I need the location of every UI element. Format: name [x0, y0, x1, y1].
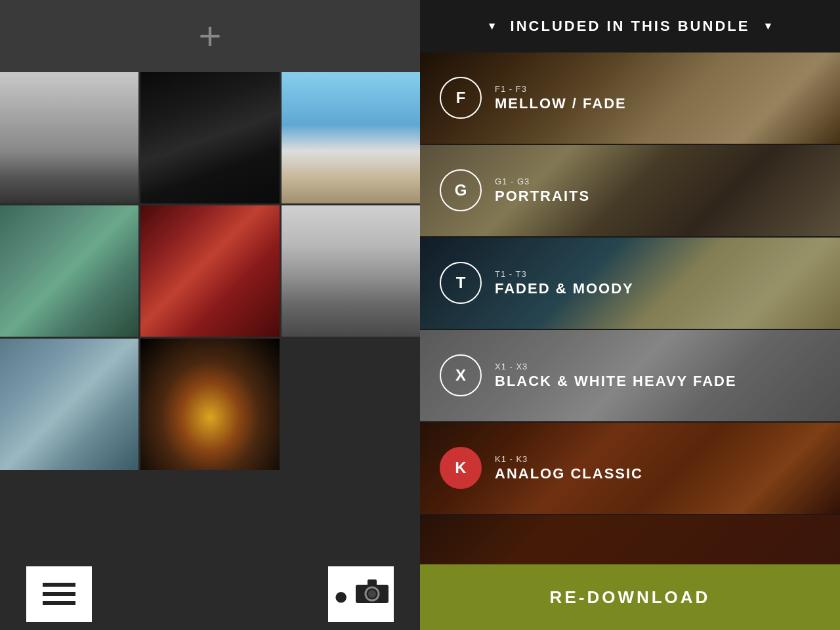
photo-cell[interactable] — [140, 205, 279, 337]
bundle-letter-x: X — [455, 366, 466, 385]
photo-cell[interactable] — [0, 72, 138, 203]
photo-street-cross — [0, 339, 138, 470]
photo-bw-building — [282, 205, 420, 337]
redownload-button[interactable]: RE-DOWNLOAD — [420, 564, 840, 630]
bundle-letter-g: G — [455, 181, 467, 200]
add-icon[interactable]: + — [198, 16, 221, 56]
right-panel: ▼ INCLUDED IN THIS BUNDLE ▼ F F1 - F3 ME… — [420, 0, 840, 630]
camera-icon-svg — [356, 578, 388, 604]
menu-line-3 — [43, 601, 75, 605]
hamburger-icon — [43, 583, 75, 605]
bundle-list: F F1 - F3 MELLOW / FADE G G1 - G3 PORTRA… — [420, 52, 840, 564]
bundle-info-analog: K1 - K3 ANALOG CLASSIC — [495, 454, 643, 482]
bundle-item-portraits[interactable]: G G1 - G3 PORTRAITS — [420, 145, 840, 236]
bundle-letter-k: K — [455, 459, 466, 477]
photo-color-city — [282, 72, 420, 203]
photo-cell[interactable] — [282, 72, 420, 203]
bundle-circle-g: G — [440, 169, 482, 211]
menu-line-1 — [43, 583, 75, 587]
bundle-item-extra[interactable] — [420, 515, 840, 564]
photo-cell[interactable] — [0, 339, 138, 470]
bundle-header-title: INCLUDED IN THIS BUNDLE — [511, 18, 750, 35]
chevron-right-icon[interactable]: ▼ — [763, 20, 773, 32]
chevron-left-icon[interactable]: ▼ — [487, 20, 497, 32]
bundle-circle-t: T — [440, 262, 482, 304]
svg-rect-1 — [368, 579, 377, 586]
photo-cell[interactable] — [140, 72, 279, 203]
bundle-range-mellow: F1 - F3 — [495, 84, 627, 94]
bundle-item-bw-heavy-fade[interactable]: X X1 - X3 BLACK & WHITE HEAVY FADE — [420, 330, 840, 421]
bundle-header[interactable]: ▼ INCLUDED IN THIS BUNDLE ▼ — [420, 0, 840, 52]
bundle-range-analog: K1 - K3 — [495, 454, 643, 464]
photo-sunset — [140, 339, 279, 470]
bundle-circle-k: K — [440, 447, 482, 489]
camera-button[interactable]: ● — [328, 566, 394, 622]
bundle-info-mellow: F1 - F3 MELLOW / FADE — [495, 84, 627, 112]
svg-point-3 — [368, 590, 376, 598]
photo-cell[interactable] — [282, 205, 420, 337]
photo-cell[interactable] — [0, 205, 138, 337]
bundle-item-analog-classic[interactable]: K K1 - K3 ANALOG CLASSIC — [420, 423, 840, 514]
photo-cell-empty — [282, 339, 420, 470]
bundle-info-portraits: G1 - G3 PORTRAITS — [495, 177, 590, 205]
photo-red-car — [140, 205, 279, 337]
photo-teal-city — [0, 205, 138, 337]
bundle-range-portraits: G1 - G3 — [495, 177, 590, 186]
bundle-letter-t: T — [456, 274, 466, 292]
camera-icon: ● — [333, 578, 388, 610]
menu-line-2 — [43, 592, 75, 596]
bundle-name-analog: ANALOG CLASSIC — [495, 465, 643, 482]
bundle-info-bw: X1 - X3 BLACK & WHITE HEAVY FADE — [495, 362, 737, 390]
photo-bw-interior — [140, 72, 279, 203]
bundle-name-bw: BLACK & WHITE HEAVY FADE — [495, 373, 737, 390]
bundle-circle-x: X — [440, 354, 482, 396]
bundle-item-mellow-fade[interactable]: F F1 - F3 MELLOW / FADE — [420, 52, 840, 144]
bundle-name-mellow: MELLOW / FADE — [495, 95, 627, 112]
photo-bw-street — [0, 72, 138, 203]
bundle-circle-f: F — [440, 77, 482, 119]
bottom-bar: ● — [0, 558, 420, 630]
photo-cell[interactable] — [140, 339, 279, 470]
add-photo-header[interactable]: + — [0, 0, 420, 72]
bundle-range-bw: X1 - X3 — [495, 362, 737, 371]
bundle-name-portraits: PORTRAITS — [495, 188, 590, 205]
photo-grid — [0, 72, 420, 558]
left-panel: + — [0, 0, 420, 630]
bundle-name-faded: FADED & MOODY — [495, 280, 634, 297]
bundle-item-faded-moody[interactable]: T T1 - T3 FADED & MOODY — [420, 238, 840, 329]
bundle-info-faded: T1 - T3 FADED & MOODY — [495, 269, 634, 297]
menu-button[interactable] — [26, 566, 92, 622]
bundle-range-faded: T1 - T3 — [495, 269, 634, 279]
bundle-letter-f: F — [456, 89, 466, 107]
redownload-label[interactable]: RE-DOWNLOAD — [550, 587, 711, 608]
